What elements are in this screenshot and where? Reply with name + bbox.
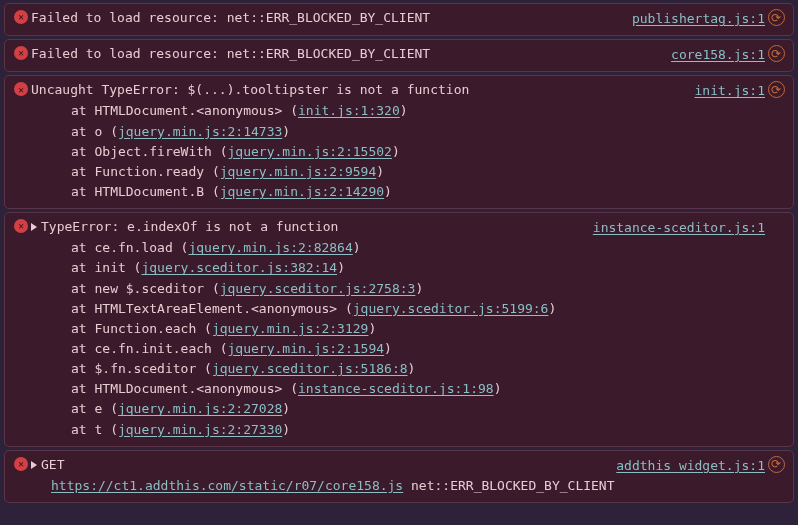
stack-frame: at HTMLDocument.<anonymous> (init.js:1:3… xyxy=(31,101,787,121)
stack-frame: at HTMLDocument.B (jquery.min.js:2:14290… xyxy=(31,182,787,202)
navigate-icon[interactable] xyxy=(768,456,785,473)
stack-frame-link[interactable]: jquery.min.js:2:14290 xyxy=(220,184,384,199)
error-message: TypeError: e.indexOf is not a function xyxy=(41,219,338,234)
stack-frame-link[interactable]: jquery.min.js:2:27330 xyxy=(118,422,282,437)
error-icon xyxy=(14,219,28,233)
stack-frame-link[interactable]: jquery.sceditor.js:5186:8 xyxy=(212,361,408,376)
error-message: Failed to load resource: net::ERR_BLOCKE… xyxy=(31,46,430,61)
error-message: Failed to load resource: net::ERR_BLOCKE… xyxy=(31,10,430,25)
source-link[interactable]: addthis_widget.js:1 xyxy=(616,458,765,473)
stack-frame: at $.fn.sceditor (jquery.sceditor.js:518… xyxy=(31,359,787,379)
console-error-entry: GETaddthis_widget.js:1https://ct1.addthi… xyxy=(4,450,794,503)
stack-frame: at HTMLTextAreaElement.<anonymous> (jque… xyxy=(31,299,787,319)
source-link[interactable]: instance-sceditor.js:1 xyxy=(593,220,765,235)
error-icon xyxy=(14,46,28,60)
stack-trace: at ce.fn.load (jquery.min.js:2:82864)at … xyxy=(31,238,787,439)
stack-frame-link[interactable]: jquery.sceditor.js:2758:3 xyxy=(220,281,416,296)
disclosure-triangle-icon[interactable] xyxy=(31,223,37,231)
error-message: GET xyxy=(41,457,64,472)
source-link[interactable]: init.js:1 xyxy=(695,83,765,98)
console-error-entry: TypeError: e.indexOf is not a functionin… xyxy=(4,212,794,447)
stack-frame-link[interactable]: instance-sceditor.js:1:98 xyxy=(298,381,494,396)
stack-frame-link[interactable]: jquery.min.js:2:1594 xyxy=(228,341,385,356)
stack-frame: at init (jquery.sceditor.js:382:14) xyxy=(31,258,787,278)
source-link[interactable]: core158.js:1 xyxy=(671,47,765,62)
error-detail-line: https://ct1.addthis.com/static/r07/core1… xyxy=(31,476,787,496)
stack-frame: at e (jquery.min.js:2:27028) xyxy=(31,399,787,419)
error-icon xyxy=(14,457,28,471)
stack-frame: at Function.each (jquery.min.js:2:3129) xyxy=(31,319,787,339)
stack-frame-link[interactable]: jquery.sceditor.js:382:14 xyxy=(141,260,337,275)
console-error-entry: Failed to load resource: net::ERR_BLOCKE… xyxy=(4,39,794,72)
stack-frame: at new $.sceditor (jquery.sceditor.js:27… xyxy=(31,279,787,299)
navigate-icon[interactable] xyxy=(768,81,785,98)
stack-frame: at ce.fn.init.each (jquery.min.js:2:1594… xyxy=(31,339,787,359)
resource-url-link[interactable]: https://ct1.addthis.com/static/r07/core1… xyxy=(51,478,403,493)
stack-frame-link[interactable]: init.js:1:320 xyxy=(298,103,400,118)
console-error-entry: Failed to load resource: net::ERR_BLOCKE… xyxy=(4,3,794,36)
error-detail-text: net::ERR_BLOCKED_BY_CLIENT xyxy=(403,478,614,493)
stack-trace: at HTMLDocument.<anonymous> (init.js:1:3… xyxy=(31,101,787,202)
source-link[interactable]: publishertag.js:1 xyxy=(632,11,765,26)
error-icon xyxy=(14,82,28,96)
stack-frame: at o (jquery.min.js:2:14733) xyxy=(31,122,787,142)
stack-frame: at Object.fireWith (jquery.min.js:2:1550… xyxy=(31,142,787,162)
stack-frame-link[interactable]: jquery.min.js:2:15502 xyxy=(228,144,392,159)
stack-frame: at HTMLDocument.<anonymous> (instance-sc… xyxy=(31,379,787,399)
stack-frame-link[interactable]: jquery.min.js:2:27028 xyxy=(118,401,282,416)
stack-frame-link[interactable]: jquery.min.js:2:82864 xyxy=(188,240,352,255)
stack-frame: at ce.fn.load (jquery.min.js:2:82864) xyxy=(31,238,787,258)
console-error-entry: Uncaught TypeError: $(...).tooltipster i… xyxy=(4,75,794,209)
navigate-icon[interactable] xyxy=(768,45,785,62)
navigate-icon[interactable] xyxy=(768,9,785,26)
error-message: Uncaught TypeError: $(...).tooltipster i… xyxy=(31,82,469,97)
stack-frame-link[interactable]: jquery.min.js:2:14733 xyxy=(118,124,282,139)
stack-frame: at Function.ready (jquery.min.js:2:9594) xyxy=(31,162,787,182)
stack-frame-link[interactable]: jquery.sceditor.js:5199:6 xyxy=(353,301,549,316)
stack-frame: at t (jquery.min.js:2:27330) xyxy=(31,420,787,440)
stack-frame-link[interactable]: jquery.min.js:2:3129 xyxy=(212,321,369,336)
error-icon xyxy=(14,10,28,24)
stack-frame-link[interactable]: jquery.min.js:2:9594 xyxy=(220,164,377,179)
disclosure-triangle-icon[interactable] xyxy=(31,461,37,469)
